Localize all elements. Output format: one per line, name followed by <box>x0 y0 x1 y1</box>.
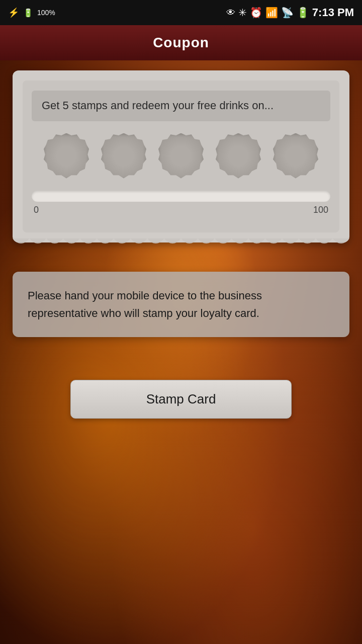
info-message: Please hand your mobile device to the bu… <box>28 289 262 319</box>
bluetooth-icon: ✳ <box>238 7 247 19</box>
battery-percent-small: 100% <box>37 9 55 17</box>
status-right-icons: 👁 ✳ ⏰ 📶 📡 🔋 7:13 PM <box>226 6 354 19</box>
progress-container: 0 100 <box>32 191 330 215</box>
info-box: Please hand your mobile device to the bu… <box>13 272 349 337</box>
coupon-card: Get 5 stamps and redeem your free drinks… <box>13 70 349 243</box>
stamp-5 <box>273 133 318 179</box>
stamp-4 <box>216 133 261 179</box>
eye-icon: 👁 <box>226 8 235 18</box>
stamp-3 <box>158 133 204 179</box>
coupon-top-section: Get 5 stamps and redeem your free drinks… <box>23 80 339 232</box>
coupon-wavy-divider <box>13 238 349 249</box>
signal-icon: 📡 <box>281 7 294 19</box>
coupon-description: Get 5 stamps and redeem your free drinks… <box>42 99 274 112</box>
status-bar: ⚡ 🔋 100% 👁 ✳ ⏰ 📶 📡 🔋 7:13 PM <box>0 0 362 25</box>
progress-max-label: 100 <box>313 205 328 215</box>
stamp-1 <box>44 133 89 179</box>
page-title: Coupon <box>153 35 209 51</box>
progress-min-label: 0 <box>34 205 39 215</box>
wifi-icon: 📶 <box>265 7 278 19</box>
alarm-icon: ⏰ <box>250 7 262 19</box>
stamp-2 <box>101 133 146 179</box>
stamps-row <box>32 133 330 179</box>
stamp-card-label: Stamp Card <box>146 391 216 407</box>
usb-icon: ⚡ <box>8 7 19 18</box>
top-bar: Coupon <box>0 25 362 60</box>
progress-bar-background <box>32 191 330 202</box>
status-left-icons: ⚡ 🔋 100% <box>8 7 55 18</box>
battery-small-icon: 🔋 <box>23 8 33 18</box>
coupon-description-box: Get 5 stamps and redeem your free drinks… <box>32 91 330 121</box>
battery-icon: 🔋 <box>297 7 309 19</box>
progress-labels: 0 100 <box>32 205 330 215</box>
stamp-card-button[interactable]: Stamp Card <box>70 380 292 419</box>
status-time: 7:13 PM <box>312 6 354 19</box>
